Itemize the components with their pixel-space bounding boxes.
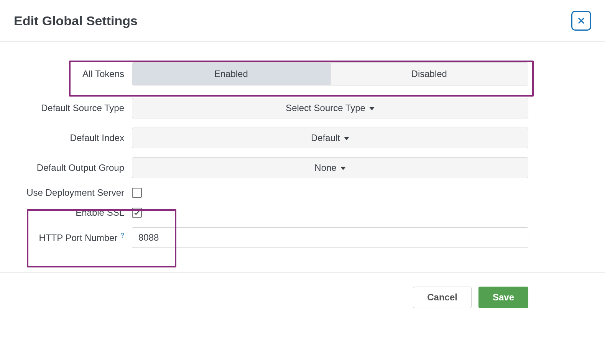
save-button[interactable]: Save (478, 287, 528, 308)
all-tokens-disabled-label: Disabled (411, 69, 447, 79)
row-all-tokens: All Tokens Enabled Disabled (0, 62, 605, 85)
checkbox-enable-ssl[interactable] (132, 208, 142, 218)
save-button-label: Save (493, 292, 514, 302)
label-http-port-number: HTTP Port Number ? (14, 232, 132, 243)
row-default-index: Default Index Default (0, 128, 605, 148)
label-default-source-type: Default Source Type (14, 103, 132, 113)
all-tokens-enabled[interactable]: Enabled (132, 63, 330, 85)
cancel-button[interactable]: Cancel (413, 287, 472, 308)
close-button[interactable] (571, 11, 591, 31)
row-enable-ssl: Enable SSL (0, 207, 605, 218)
edit-global-settings-dialog: Edit Global Settings All Tokens Enabled … (0, 0, 605, 322)
checkbox-use-deployment-server[interactable] (132, 188, 142, 198)
dialog-body: All Tokens Enabled Disabled Default Sour… (0, 42, 605, 272)
dialog-footer: Cancel Save (0, 272, 605, 322)
all-tokens-toggle: Enabled Disabled (132, 62, 528, 85)
dropdown-default-output-group-value: None (314, 162, 336, 173)
dropdown-default-source-type[interactable]: Select Source Type (132, 98, 528, 118)
caret-down-icon (344, 137, 349, 140)
caret-down-icon (340, 167, 346, 170)
input-http-port-number[interactable] (132, 227, 528, 248)
caret-down-icon (369, 107, 375, 110)
row-default-source-type: Default Source Type Select Source Type (0, 98, 605, 118)
label-default-index: Default Index (14, 133, 132, 143)
check-icon (133, 209, 140, 216)
help-icon[interactable]: ? (121, 232, 124, 239)
row-default-output-group: Default Output Group None (0, 157, 605, 178)
dialog-header: Edit Global Settings (0, 0, 605, 42)
dropdown-default-index[interactable]: Default (132, 128, 528, 148)
all-tokens-disabled[interactable]: Disabled (330, 63, 528, 85)
dropdown-default-output-group[interactable]: None (132, 157, 528, 178)
cancel-button-label: Cancel (427, 292, 457, 302)
dialog-title: Edit Global Settings (14, 13, 138, 28)
dropdown-default-source-type-value: Select Source Type (286, 103, 365, 113)
close-icon (577, 16, 586, 25)
all-tokens-enabled-label: Enabled (214, 69, 248, 79)
row-use-deployment-server: Use Deployment Server (0, 187, 605, 198)
label-default-output-group: Default Output Group (14, 162, 132, 173)
label-http-port-number-text: HTTP Port Number (39, 233, 117, 243)
label-enable-ssl: Enable SSL (14, 207, 132, 218)
control-all-tokens: Enabled Disabled (132, 62, 528, 85)
row-http-port-number: HTTP Port Number ? (0, 227, 605, 248)
dropdown-default-index-value: Default (311, 133, 340, 143)
label-all-tokens: All Tokens (14, 69, 132, 79)
label-use-deployment-server: Use Deployment Server (14, 187, 132, 198)
